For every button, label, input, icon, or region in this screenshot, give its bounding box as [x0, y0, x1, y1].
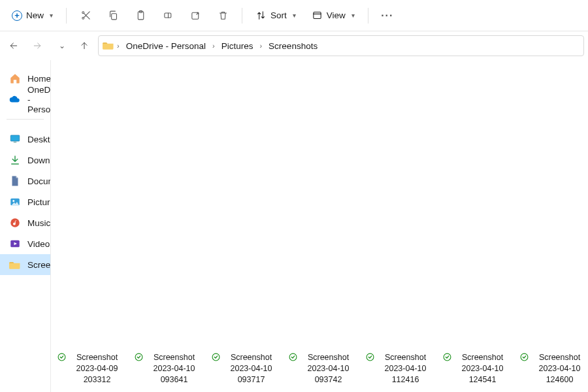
chevron-down-icon: ▾: [351, 12, 355, 19]
new-button[interactable]: + New ▾: [5, 5, 59, 26]
breadcrumb[interactable]: › OneDrive - Personal › Pictures › Scree…: [98, 35, 584, 56]
file-name: Screenshot 2023-04-10 124541: [454, 352, 511, 385]
file-caption: Screenshot 2023-04-10 124541: [443, 352, 511, 385]
file-item[interactable]: Screenshot 2023-04-10 112416: [366, 352, 434, 385]
sidebar-item-label: Downloads: [27, 155, 51, 165]
toolbar-separator: [242, 8, 242, 24]
rename-icon: [163, 10, 174, 21]
desktop-icon: [9, 133, 21, 145]
videos-icon: [9, 238, 21, 250]
sidebar-item-onedrive[interactable]: OneDrive - Persona: [0, 89, 50, 110]
file-name: Screenshot 2023-04-09 203312: [69, 352, 125, 385]
sidebar-item-label: Pictures: [27, 197, 51, 207]
view-button-label: View: [327, 10, 346, 20]
home-icon: [9, 73, 21, 84]
chevron-right-icon[interactable]: ›: [211, 42, 216, 50]
file-item[interactable]: Screenshot 2023-04-10 124600: [520, 352, 588, 385]
share-icon: [190, 10, 201, 21]
sync-check-icon: [135, 353, 143, 365]
toolbar: + New ▾ Sort ▾ View ▾ ···: [0, 0, 588, 31]
nav-row: ⌄ › OneDrive - Personal › Pictures › Scr…: [0, 31, 588, 60]
file-caption: Screenshot 2023-04-10 093641: [135, 352, 203, 385]
sidebar-item-label: Music: [27, 218, 50, 228]
sync-check-icon: [57, 353, 66, 365]
recent-locations-button[interactable]: ⌄: [51, 36, 71, 56]
breadcrumb-segment[interactable]: OneDrive - Personal: [122, 39, 210, 54]
sync-check-icon: [212, 353, 220, 365]
sidebar-group-top: Home OneDrive - Persona: [0, 64, 50, 114]
cut-button[interactable]: [73, 5, 98, 26]
sidebar-item-desktop[interactable]: Desktop: [0, 129, 50, 150]
rename-button[interactable]: [155, 5, 180, 26]
sidebar-item-music[interactable]: Music: [0, 212, 50, 233]
chevron-down-icon: ▾: [50, 12, 53, 19]
delete-button[interactable]: [210, 5, 235, 26]
paste-button[interactable]: [128, 5, 153, 26]
cloud-icon: [9, 93, 21, 105]
chevron-right-icon[interactable]: ›: [116, 42, 121, 50]
file-grid: Screenshot 2023-04-09 203312Screenshot 2…: [51, 60, 588, 392]
copy-icon: [108, 10, 119, 21]
file-item[interactable]: Screenshot 2023-04-10 093641: [135, 352, 203, 385]
file-item[interactable]: Screenshot 2023-04-10 124541: [443, 352, 511, 385]
sort-button[interactable]: Sort ▾: [249, 5, 302, 26]
file-caption: Screenshot 2023-04-10 124600: [520, 352, 588, 385]
toolbar-separator: [66, 8, 67, 24]
sync-check-icon: [366, 353, 374, 365]
view-icon: [312, 10, 323, 21]
sidebar-item-screenshots[interactable]: Screenshots: [0, 254, 50, 275]
file-item[interactable]: Screenshot 2023-04-09 203312: [57, 352, 125, 385]
breadcrumb-segment[interactable]: Screenshots: [265, 39, 321, 54]
sort-icon: [255, 10, 267, 21]
sidebar-item-label: Documents: [27, 176, 51, 186]
back-button[interactable]: [4, 36, 24, 56]
up-button[interactable]: [74, 36, 94, 56]
documents-icon: [9, 175, 21, 187]
sidebar-item-videos[interactable]: Videos: [0, 233, 50, 254]
sidebar-item-label: Screenshots: [27, 260, 51, 270]
svg-rect-8: [14, 142, 17, 143]
svg-rect-3: [164, 13, 171, 18]
file-caption: Screenshot 2023-04-10 093742: [289, 352, 357, 385]
downloads-icon: [9, 154, 21, 166]
more-button[interactable]: ···: [375, 5, 400, 26]
sync-check-icon: [520, 353, 529, 365]
folder-icon: [9, 260, 21, 269]
sidebar-separator: [7, 119, 44, 120]
share-button[interactable]: [183, 5, 208, 26]
sidebar-item-documents[interactable]: Documents: [0, 171, 50, 191]
chevron-down-icon: ▾: [293, 12, 296, 19]
file-name: Screenshot 2023-04-10 093717: [223, 352, 280, 385]
ellipsis-icon: ···: [381, 10, 393, 22]
sidebar-item-label: Desktop: [27, 135, 51, 144]
view-button[interactable]: View ▾: [305, 5, 361, 26]
arrow-left-icon: [8, 41, 19, 51]
file-name: Screenshot 2023-04-10 093641: [146, 352, 203, 385]
file-caption: Screenshot 2023-04-10 112416: [366, 352, 434, 385]
file-name: Screenshot 2023-04-10 093742: [300, 352, 357, 385]
file-name: Screenshot 2023-04-10 124600: [531, 352, 588, 385]
sidebar-item-label: Videos: [27, 239, 51, 249]
sync-check-icon: [443, 353, 451, 365]
sidebar: Home OneDrive - Persona DesktopDownloads…: [0, 60, 51, 392]
main-area: Home OneDrive - Persona DesktopDownloads…: [0, 60, 588, 392]
sync-check-icon: [289, 353, 297, 365]
svg-point-10: [12, 200, 14, 202]
folder-icon: [103, 41, 114, 52]
file-name: Screenshot 2023-04-10 112416: [377, 352, 434, 385]
sidebar-item-downloads[interactable]: Downloads: [0, 150, 50, 171]
sidebar-item-pictures[interactable]: Pictures: [0, 191, 50, 212]
trash-icon: [218, 10, 229, 21]
copy-button[interactable]: [101, 5, 125, 26]
music-icon: [9, 217, 21, 229]
chevron-right-icon[interactable]: ›: [258, 42, 263, 50]
svg-rect-0: [111, 14, 116, 20]
plus-icon: +: [12, 10, 22, 21]
file-item[interactable]: Screenshot 2023-04-10 093742: [289, 352, 357, 385]
content-pane[interactable]: Screenshot 2023-04-09 203312Screenshot 2…: [51, 60, 588, 392]
breadcrumb-segment[interactable]: Pictures: [218, 39, 257, 54]
svg-rect-5: [314, 12, 321, 19]
file-item[interactable]: Screenshot 2023-04-10 093717: [212, 352, 280, 385]
forward-button[interactable]: [27, 36, 47, 56]
new-button-label: New: [26, 10, 44, 20]
